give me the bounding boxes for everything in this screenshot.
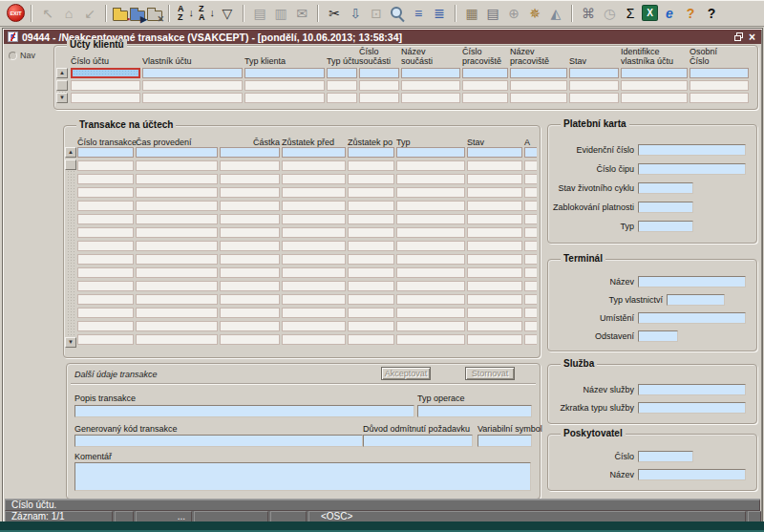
accept-button[interactable]: Akceptovat <box>381 367 431 380</box>
table-cell[interactable] <box>77 174 134 184</box>
scroll-up-icon[interactable]: ▲ <box>65 147 76 158</box>
cut-icon[interactable]: ✂ <box>325 4 344 23</box>
cancel-button[interactable]: Stornovat <box>465 367 515 380</box>
table-cell[interactable] <box>524 201 537 211</box>
table-cell[interactable] <box>396 254 465 265</box>
print-icon[interactable]: ▤ <box>250 4 269 23</box>
sort-ascending-icon[interactable]: AZ↓ <box>176 4 195 23</box>
table-cell[interactable] <box>136 294 218 305</box>
save-icon[interactable]: ▪ <box>113 11 128 21</box>
table-cell[interactable] <box>348 187 394 198</box>
table-cell[interactable] <box>142 93 243 103</box>
table-cell[interactable] <box>467 334 522 345</box>
table-cell[interactable] <box>396 201 465 211</box>
gen-kod-field[interactable] <box>74 435 363 447</box>
table-cell[interactable] <box>462 80 508 91</box>
table-cell[interactable] <box>359 80 399 91</box>
wizard-wheel-icon[interactable]: ✵ <box>525 4 544 23</box>
table-cell[interactable] <box>348 227 394 238</box>
insert-record-icon[interactable]: ↖ <box>38 4 57 23</box>
table-cell[interactable] <box>396 227 465 238</box>
table-cell[interactable] <box>220 241 280 251</box>
table-cell[interactable] <box>220 147 280 158</box>
zkratka-typu-field[interactable] <box>638 402 746 414</box>
table-cell[interactable] <box>77 227 134 238</box>
table-cell[interactable] <box>348 334 394 345</box>
paste-icon[interactable]: ⇩ <box>346 4 365 23</box>
table-cell[interactable] <box>77 147 134 158</box>
table-cell[interactable] <box>136 227 218 238</box>
table-cell[interactable] <box>467 214 522 224</box>
table-cell[interactable] <box>220 160 280 171</box>
typ-operace-field[interactable] <box>417 405 532 417</box>
umisteni-field[interactable] <box>638 312 746 324</box>
table-cell[interactable] <box>524 227 537 238</box>
table-cell[interactable] <box>467 321 522 331</box>
table-cell[interactable] <box>77 281 134 291</box>
table-cell[interactable] <box>136 267 218 278</box>
table-cell[interactable] <box>401 93 460 103</box>
table-cell[interactable] <box>282 174 346 184</box>
help-icon[interactable]: ? <box>702 4 721 23</box>
table-cell[interactable] <box>220 308 280 318</box>
table-cell[interactable] <box>136 160 218 171</box>
table-cell[interactable] <box>282 187 346 198</box>
table-cell[interactable] <box>359 93 399 103</box>
table-cell[interactable] <box>77 201 134 211</box>
table-cell[interactable] <box>569 93 619 103</box>
nav-tab[interactable]: Nav <box>9 51 35 60</box>
filter-icon[interactable]: ▽ <box>218 4 237 23</box>
table-cell[interactable] <box>690 68 749 78</box>
table-cell[interactable] <box>467 241 522 251</box>
table-cell[interactable] <box>396 308 465 318</box>
history-clock-icon[interactable]: ◷ <box>600 4 619 23</box>
table-cell[interactable] <box>282 227 346 238</box>
stav-cyklu-field[interactable] <box>638 182 693 194</box>
scrollbar-track[interactable] <box>67 147 74 348</box>
table-cell[interactable] <box>462 93 508 103</box>
tree-view-icon[interactable]: ≣ <box>430 4 449 23</box>
search-icon[interactable] <box>388 4 407 23</box>
table-cell[interactable] <box>467 160 522 171</box>
table-cell[interactable] <box>348 321 394 331</box>
table-cell[interactable] <box>220 254 280 265</box>
terminal-nazev-field[interactable] <box>638 276 746 287</box>
table-cell[interactable] <box>77 267 134 278</box>
table-cell[interactable] <box>282 241 346 251</box>
table-cell[interactable] <box>282 334 346 345</box>
table-cell[interactable] <box>136 308 218 318</box>
table-cell[interactable] <box>396 174 465 184</box>
table-cell[interactable] <box>71 80 140 91</box>
table-cell[interactable] <box>282 160 346 171</box>
table-cell[interactable] <box>220 321 280 331</box>
transactions-scrollbar[interactable]: ▲ ▼ <box>65 147 76 348</box>
table-cell[interactable] <box>282 147 346 158</box>
table-cell[interactable] <box>524 254 537 265</box>
exit-icon[interactable]: EXIT <box>7 4 25 22</box>
home-icon[interactable]: ⌂ <box>59 4 78 23</box>
table-cell[interactable] <box>220 187 280 198</box>
table-cell[interactable] <box>524 214 537 224</box>
table-cell[interactable] <box>244 68 325 78</box>
table-cell[interactable] <box>348 214 394 224</box>
table-cell[interactable] <box>524 267 537 278</box>
table-cell[interactable] <box>396 267 465 278</box>
table-cell[interactable] <box>510 93 567 103</box>
document-form-icon[interactable]: ▤ <box>483 4 502 23</box>
table-cell[interactable] <box>524 281 537 291</box>
table-cell[interactable] <box>220 294 280 305</box>
browser-icon[interactable]: e <box>660 4 679 23</box>
table-cell[interactable] <box>348 281 394 291</box>
table-cell[interactable] <box>348 147 394 158</box>
table-cell[interactable] <box>348 160 394 171</box>
table-cell[interactable] <box>524 160 537 171</box>
summary-sigma-icon[interactable]: Σ <box>621 4 640 23</box>
table-cell[interactable] <box>220 174 280 184</box>
table-cell[interactable] <box>136 281 218 291</box>
table-cell[interactable] <box>467 187 522 198</box>
table-cell[interactable] <box>282 308 346 318</box>
table-cell[interactable] <box>77 254 134 265</box>
table-cell[interactable] <box>282 254 346 265</box>
table-cell[interactable] <box>348 241 394 251</box>
table-cell[interactable] <box>569 68 619 78</box>
